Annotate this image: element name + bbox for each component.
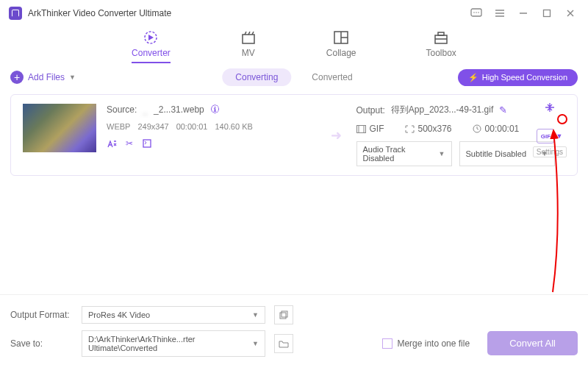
output-format: GIF [370, 124, 384, 134]
file-card: Source: _ _2...31.webp 🛈 WEBP 249x347 00… [10, 94, 578, 176]
svg-rect-18 [438, 32, 444, 35]
tab-collage[interactable]: Collage [326, 29, 356, 63]
segment-converted[interactable]: Converted [298, 68, 365, 86]
source-filename-blurred: _ [143, 104, 148, 115]
plus-icon: + [10, 71, 24, 84]
tab-toolbox[interactable]: Toolbox [426, 29, 456, 63]
svg-rect-13 [243, 35, 254, 43]
toolbox-icon [433, 29, 449, 46]
add-files-button[interactable]: + Add Files ▼ [10, 71, 76, 84]
arrow-icon: ➜ [331, 127, 342, 143]
output-format-label: Output Format: [10, 310, 73, 320]
lightning-icon: ⚡ [468, 73, 478, 82]
close-button[interactable] [562, 4, 579, 22]
svg-rect-8 [544, 10, 551, 17]
output-duration: 00:00:01 [485, 124, 520, 134]
tab-mv-label: MV [242, 48, 255, 58]
format-dropdown-icon[interactable]: ▼ [556, 132, 562, 140]
save-to-value: D:\ArkThinker\ArkThinke...rter Ultimate\… [88, 335, 252, 352]
convert-all-button[interactable]: Convert All [487, 331, 578, 355]
menu-icon[interactable] [491, 4, 509, 22]
source-duration: 00:00:01 [176, 122, 208, 131]
footer: Output Format: ProRes 4K Video▼ Save to:… [0, 294, 588, 373]
feedback-icon[interactable] [467, 4, 485, 22]
output-dimensions: 500x376 [418, 124, 452, 134]
settings-label[interactable]: Settings [533, 146, 567, 157]
svg-marker-12 [148, 35, 154, 40]
output-format-select[interactable]: ProRes 4K Video▼ [82, 306, 265, 324]
svg-rect-21 [356, 125, 365, 132]
tab-collage-label: Collage [326, 48, 356, 58]
titlebar: ArkThinker Video Converter Ultimate [0, 0, 588, 26]
compress-icon[interactable] [544, 102, 556, 113]
output-format-value: ProRes 4K Video [88, 310, 150, 319]
edit-icon[interactable] [107, 138, 117, 149]
chevron-down-icon: ▼ [252, 340, 259, 347]
svg-point-1 [473, 12, 475, 13]
save-to-label: Save to: [10, 338, 73, 349]
maximize-button[interactable] [538, 4, 556, 22]
cut-icon[interactable]: ✂ [126, 138, 133, 149]
merge-label: Merge into one file [397, 338, 470, 349]
audio-track-select[interactable]: Audio Track Disabled▼ [356, 141, 452, 166]
app-title: ArkThinker Video Converter Ultimate [28, 8, 171, 18]
open-folder-button[interactable] [274, 334, 293, 353]
output-label: Output: [356, 105, 385, 116]
svg-point-3 [478, 12, 479, 13]
chevron-down-icon: ▼ [252, 311, 259, 319]
file-list: Source: _ _2...31.webp 🛈 WEBP 249x347 00… [0, 90, 588, 180]
merge-checkbox[interactable]: Merge into one file [382, 338, 470, 349]
source-filename: _2...31.webp [154, 104, 204, 115]
converter-icon [143, 29, 159, 46]
checkbox-icon [382, 338, 392, 349]
info-icon[interactable]: 🛈 [210, 104, 220, 115]
source-format: WEBP [107, 122, 130, 131]
chevron-down-icon: ▼ [69, 74, 76, 81]
svg-rect-25 [280, 313, 286, 319]
svg-rect-26 [282, 311, 287, 317]
tab-converter-label: Converter [132, 48, 171, 58]
output-filename: 得到App_2023...-49-31.gif [391, 104, 493, 116]
source-label: Source: [107, 104, 137, 115]
enhance-icon[interactable] [142, 138, 152, 149]
high-speed-button[interactable]: ⚡ High Speed Conversion [458, 69, 578, 86]
thumbnail[interactable] [23, 104, 96, 152]
mv-icon [240, 29, 257, 46]
collage-icon [333, 29, 349, 46]
toolbar: + Add Files ▼ Converting Converted ⚡ Hig… [0, 65, 588, 90]
audio-track-value: Audio Track Disabled [363, 145, 439, 163]
add-files-label: Add Files [28, 72, 65, 82]
film-icon [356, 125, 366, 133]
clock-icon [473, 124, 481, 133]
tab-converter[interactable]: Converter [132, 29, 171, 63]
tab-mv[interactable]: MV [240, 29, 257, 63]
main-tabs: Converter MV Collage Toolbox [0, 26, 588, 65]
source-meta: WEBP 249x347 00:00:01 140.60 KB [107, 122, 316, 131]
svg-point-2 [476, 12, 477, 13]
segment-converting[interactable]: Converting [222, 68, 291, 86]
app-logo [9, 7, 22, 20]
source-dimensions: 249x347 [137, 122, 168, 131]
subtitle-value: Subtitle Disabled [466, 149, 527, 158]
format-button[interactable]: GIF [537, 129, 554, 143]
svg-rect-20 [143, 140, 151, 147]
tab-toolbox-label: Toolbox [426, 48, 456, 58]
source-size: 140.60 KB [215, 122, 252, 131]
apply-all-button[interactable] [274, 305, 293, 324]
rename-icon[interactable]: ✎ [499, 104, 507, 116]
high-speed-label: High Speed Conversion [482, 73, 567, 82]
save-to-select[interactable]: D:\ArkThinker\ArkThinke...rter Ultimate\… [82, 330, 265, 357]
minimize-button[interactable] [514, 4, 532, 22]
resolution-icon [405, 125, 415, 133]
chevron-down-icon: ▼ [439, 150, 445, 157]
